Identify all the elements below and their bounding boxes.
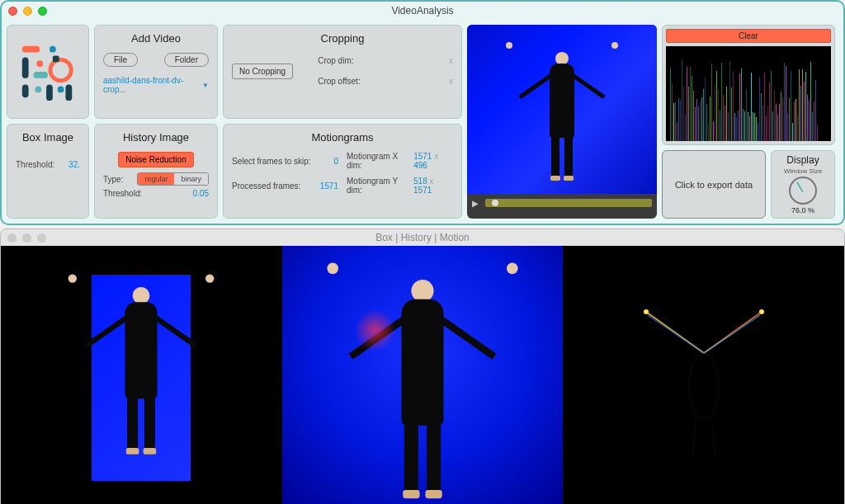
display-heading: Display xyxy=(775,154,831,166)
titlebar-2: Box | History | Motion xyxy=(1,229,844,246)
my-label: Motiongram Y dim: xyxy=(347,177,413,195)
svg-point-15 xyxy=(644,309,649,314)
type-label: Type: xyxy=(103,175,123,184)
clear-button[interactable]: Clear xyxy=(666,29,831,43)
zoom-icon-2[interactable] xyxy=(37,233,46,243)
svg-point-5 xyxy=(50,59,71,80)
my-x: x xyxy=(429,177,433,186)
window-size-dial[interactable] xyxy=(789,177,817,205)
minimize-icon[interactable] xyxy=(23,7,32,16)
svg-rect-9 xyxy=(46,85,53,101)
chevron-down-icon: ▼ xyxy=(202,82,209,89)
window-2-title: Box | History | Motion xyxy=(375,232,470,243)
motion-view xyxy=(563,246,844,504)
history-view xyxy=(282,246,564,504)
svg-point-3 xyxy=(36,60,43,67)
video-content xyxy=(537,44,587,176)
type-binary[interactable]: binary xyxy=(174,173,208,185)
select-frames-value[interactable]: 0 xyxy=(333,157,338,166)
close-icon[interactable] xyxy=(8,7,17,16)
scrubber-knob[interactable] xyxy=(492,200,498,206)
processed-value: 1571 xyxy=(320,181,338,191)
folder-button[interactable]: Folder xyxy=(164,53,209,67)
cropping-heading: Cropping xyxy=(232,32,453,45)
svg-line-14 xyxy=(712,419,715,460)
mx-x: x xyxy=(434,152,438,161)
svg-rect-6 xyxy=(53,56,59,63)
box-threshold-label: Threshold: xyxy=(16,160,54,169)
mx-b: 496 xyxy=(413,161,427,170)
crop-offset-x: x xyxy=(449,77,453,86)
motiongram-preview: document.write(Array.from({length:90},(_… xyxy=(666,46,831,141)
motiongrams-heading: Motiongrams xyxy=(232,131,453,144)
app-logo xyxy=(7,25,89,119)
motion-preview-panel: Clear document.write(Array.from({length:… xyxy=(662,25,835,145)
motiongrams-panel: Motiongrams Select frames to skip: 0 Mot… xyxy=(223,124,462,219)
svg-rect-2 xyxy=(22,57,29,78)
zoom-icon[interactable] xyxy=(38,7,47,16)
svg-point-16 xyxy=(759,309,764,314)
svg-rect-4 xyxy=(33,72,48,78)
no-cropping-button[interactable]: No Cropping xyxy=(232,64,293,79)
box-image-heading: Box Image xyxy=(16,131,80,144)
box-threshold-value[interactable]: 32. xyxy=(68,160,80,169)
svg-point-10 xyxy=(58,87,64,93)
my-b: 1571 xyxy=(413,186,432,195)
svg-rect-0 xyxy=(22,46,40,53)
type-segmented: regular binary xyxy=(137,172,209,186)
crop-dim-label: Crop dim: xyxy=(318,56,353,65)
video-file-dropdown[interactable]: aashild-dans-front-dv-crop... ▼ xyxy=(103,76,209,94)
window-size-label: Window Size xyxy=(775,167,831,175)
history-threshold-label: Threshold: xyxy=(103,189,142,198)
mx-a: 1571 xyxy=(413,152,432,161)
video-playbar: ▶ xyxy=(467,194,657,212)
svg-point-1 xyxy=(50,46,56,53)
minimize-icon-2[interactable] xyxy=(22,233,31,243)
video-frame xyxy=(467,25,657,194)
close-icon-2[interactable] xyxy=(7,233,17,243)
crop-offset-label: Crop offset: xyxy=(318,77,361,86)
svg-point-12 xyxy=(689,353,719,419)
display-panel: Display Window Size 76.0 % xyxy=(771,150,835,219)
select-frames-label: Select frames to skip: xyxy=(232,157,311,166)
history-image-panel: History Image Noise Reduction Type: regu… xyxy=(94,124,218,219)
dropdown-label: aashild-dans-front-dv-crop... xyxy=(103,76,199,94)
analysis-views xyxy=(1,246,844,504)
svg-rect-11 xyxy=(65,85,72,101)
video-preview: ▶ xyxy=(467,25,657,219)
add-video-heading: Add Video xyxy=(103,32,209,45)
window-title: VideoAnalysis xyxy=(391,5,453,16)
video-analysis-window: VideoAnalysis Add Video File xyxy=(0,0,845,225)
history-threshold-value[interactable]: 0.05 xyxy=(193,189,209,198)
processed-label: Processed frames: xyxy=(232,181,300,191)
export-data-button[interactable]: Click to export data xyxy=(662,150,766,219)
type-regular[interactable]: regular xyxy=(138,173,174,185)
file-button[interactable]: File xyxy=(103,53,138,67)
add-video-panel: Add Video File Folder aashild-dans-front… xyxy=(94,25,218,119)
noise-reduction-button[interactable]: Noise Reduction xyxy=(118,152,193,167)
svg-rect-7 xyxy=(22,85,29,98)
cropping-panel: Cropping No Cropping Crop dim: x Crop of… xyxy=(223,25,462,119)
play-icon[interactable]: ▶ xyxy=(472,199,479,208)
scrubber[interactable] xyxy=(485,199,652,207)
history-heading: History Image xyxy=(103,131,209,144)
box-view xyxy=(1,246,282,504)
svg-line-13 xyxy=(692,419,696,460)
my-a: 518 xyxy=(413,177,427,186)
window-size-value: 76.0 % xyxy=(775,206,831,214)
titlebar: VideoAnalysis xyxy=(2,2,843,20)
mx-label: Motiongram X dim: xyxy=(347,152,413,170)
svg-point-8 xyxy=(35,87,41,93)
box-image-panel: Box Image Threshold: 32. xyxy=(7,124,89,219)
box-history-motion-window: Box | History | Motion xyxy=(0,228,845,504)
crop-dim-x: x xyxy=(449,56,453,65)
